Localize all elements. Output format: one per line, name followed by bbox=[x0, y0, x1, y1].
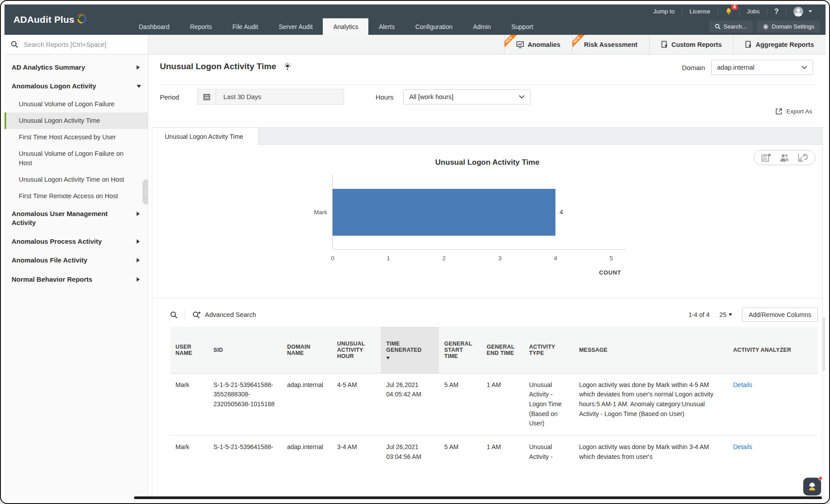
col-message[interactable]: MESSAGE bbox=[574, 327, 728, 373]
period-picker[interactable]: Last 30 Days bbox=[197, 89, 344, 105]
chart-bar-value: 4 bbox=[559, 208, 563, 216]
export-as-button[interactable]: Export As bbox=[776, 108, 812, 115]
notification-count-badge: 4 bbox=[731, 4, 738, 10]
support-chat-button[interactable] bbox=[803, 478, 821, 496]
chart-x-ticks: 012345 bbox=[333, 255, 611, 263]
col-general-end-time[interactable]: GENERAL END TIME bbox=[481, 327, 524, 373]
help-button[interactable]: ? bbox=[767, 8, 786, 16]
tab-custom-reports[interactable]: Custom Reports bbox=[649, 35, 734, 54]
tab-aggregate-reports[interactable]: Aggregate Reports bbox=[733, 35, 826, 54]
users-icon[interactable] bbox=[779, 154, 790, 162]
cell-activity-type: Unusual Activity - bbox=[524, 435, 574, 497]
sidebar-item-first-time-remote-access-on-host[interactable]: First Time Remote Access on Host bbox=[4, 188, 148, 204]
top-bar: ADAudit Plus Jump to License 4 bbox=[4, 4, 826, 35]
nav-analytics[interactable]: Analytics bbox=[323, 18, 368, 35]
hours-select[interactable]: All [work hours] bbox=[403, 89, 530, 104]
page-size-select[interactable]: 25 bbox=[719, 311, 732, 318]
report-search-box[interactable] bbox=[4, 35, 148, 54]
nav-server-audit[interactable]: Server Audit bbox=[268, 18, 323, 35]
col-user-name[interactable]: USER NAME bbox=[170, 327, 208, 373]
sort-desc-icon bbox=[386, 357, 390, 359]
table-row: Mark S-1-5-21-539641588- adap.internal 3… bbox=[170, 435, 818, 497]
sidebar-item-anomalous-process-activity[interactable]: Anomalous Process Activity bbox=[4, 232, 148, 251]
table-toolbar-right: 1-4 of 4 25 Add/Remove Columns bbox=[688, 308, 818, 322]
advanced-search-label: Advanced Search bbox=[205, 311, 256, 318]
col-domain-name[interactable]: DOMAIN NAME bbox=[282, 327, 332, 373]
col-unusual-activity-hour[interactable]: UNUSUAL ACTIVITY HOUR bbox=[332, 327, 381, 373]
sidebar-item-label: AD Analytics Summary bbox=[12, 63, 85, 71]
toolbar-divider bbox=[185, 309, 185, 320]
sidebar-item-unusual-logon-activity-time-on-host[interactable]: Unusual Logon Activity Time on Host bbox=[4, 171, 148, 188]
nav-reports[interactable]: Reports bbox=[180, 18, 222, 35]
sidebar-item-normal-behavior-reports[interactable]: Normal Behavior Reports bbox=[4, 270, 148, 289]
sidebar-item-first-time-host-accessed-by-user[interactable]: First Time Host Accessed by User bbox=[4, 129, 148, 146]
nav-configuration[interactable]: Configuration bbox=[405, 18, 463, 35]
refresh-chart-icon[interactable] bbox=[798, 153, 808, 162]
gear-icon bbox=[763, 24, 769, 30]
vertical-scrollbar[interactable] bbox=[822, 316, 826, 500]
col-activity-type[interactable]: ACTIVITY TYPE bbox=[524, 327, 574, 373]
report-search-input[interactable] bbox=[24, 41, 142, 48]
jump-to-menu[interactable]: Jump to bbox=[646, 8, 682, 16]
sidebar-item-anomalous-file-activity[interactable]: Anomalous File Activity bbox=[4, 251, 148, 270]
global-search-button[interactable]: Search... bbox=[709, 21, 753, 33]
cell-unusual-activity-hour: 4-5 AM bbox=[332, 373, 381, 435]
tab-risk-assessment-label: Risk Assessment bbox=[584, 41, 638, 48]
sidebar-item-unusual-volume-of-logon-failure-on-host[interactable]: Unusual Volume of Logon Failure on Host bbox=[4, 146, 148, 171]
x-tick-label: 0 bbox=[331, 255, 334, 262]
horizontal-scrollbar[interactable] bbox=[134, 496, 822, 499]
period-label: Period bbox=[160, 93, 179, 101]
chart-bar[interactable] bbox=[333, 189, 555, 236]
col-sid[interactable]: SID bbox=[208, 327, 282, 373]
sidebar-item-unusual-volume-of-logon-failure[interactable]: Unusual Volume of Logon Failure bbox=[4, 96, 148, 112]
nav-file-audit[interactable]: File Audit bbox=[222, 18, 269, 35]
add-remove-columns-button[interactable]: Add/Remove Columns bbox=[742, 308, 818, 322]
x-axis-label: COUNT bbox=[599, 269, 621, 276]
cell-sid: S-1-5-21-539641588- bbox=[208, 435, 282, 497]
vertical-scrollbar-thumb[interactable] bbox=[822, 317, 825, 371]
tab-anomalies[interactable]: NEW Anomalies bbox=[504, 35, 572, 54]
sidebar-item-label: Unusual Logon Activity Time on Host bbox=[19, 176, 124, 183]
col-time-generated[interactable]: TIME GENERATED bbox=[381, 327, 439, 373]
add-chart-icon[interactable] bbox=[761, 153, 771, 162]
x-tick-label: 1 bbox=[387, 255, 390, 262]
tab-risk-assessment[interactable]: NEW Risk Assessment bbox=[572, 35, 649, 54]
domain-settings-button[interactable]: Domain Settings bbox=[757, 21, 820, 33]
license-menu[interactable]: License bbox=[682, 8, 718, 16]
card-tab-unusual-logon-activity-time[interactable]: Unusual Logon Activity Time bbox=[152, 128, 259, 145]
sidebar-item-ad-analytics-summary[interactable]: AD Analytics Summary bbox=[4, 58, 148, 77]
cell-user-name: Mark bbox=[170, 373, 208, 435]
x-axis-line bbox=[333, 249, 626, 250]
cell-general-end-time: 1 AM bbox=[481, 435, 524, 497]
caret-down-icon bbox=[137, 85, 141, 88]
table-header-row: USER NAME SID DOMAIN NAME UNUSUAL ACTIVI… bbox=[170, 327, 818, 373]
cell-general-start-time: 5 AM bbox=[439, 373, 481, 435]
sidebar-collapse-handle[interactable]: ‹ bbox=[142, 179, 148, 204]
page-title: Unusual Logon Activity Time bbox=[160, 62, 276, 71]
col-activity-analyzer[interactable]: ACTIVITY ANALYZER bbox=[728, 327, 818, 373]
bulb-icon[interactable] bbox=[284, 62, 292, 71]
domain-select[interactable]: adap.internal bbox=[711, 60, 813, 75]
tab-anomalies-label: Anomalies bbox=[528, 41, 560, 48]
nav-dashboard[interactable]: Dashboard bbox=[129, 18, 180, 35]
details-link[interactable]: Details bbox=[733, 443, 752, 450]
sidebar-item-label: Unusual Logon Activity Time bbox=[19, 117, 100, 124]
nav-support[interactable]: Support bbox=[501, 18, 543, 35]
support-agent-icon bbox=[807, 481, 817, 492]
sidebar-item-anomalous-logon-activity[interactable]: Anomalous Logon Activity bbox=[4, 77, 148, 96]
sidebar-item-anomalous-user-management-activity[interactable]: Anomalous User Management Activity bbox=[4, 204, 148, 233]
jobs-menu[interactable]: Jobs bbox=[740, 8, 767, 16]
col-general-start-time[interactable]: GENERAL START TIME bbox=[439, 327, 481, 373]
sidebar-item-unusual-logon-activity-time[interactable]: Unusual Logon Activity Time bbox=[4, 112, 148, 129]
details-link[interactable]: Details bbox=[733, 381, 752, 388]
search-icon[interactable] bbox=[170, 311, 178, 319]
advanced-search-button[interactable]: Advanced Search bbox=[192, 311, 256, 319]
account-menu[interactable] bbox=[786, 8, 819, 16]
nav-alerts[interactable]: Alerts bbox=[368, 18, 405, 35]
brand-logo[interactable]: ADAudit Plus bbox=[4, 4, 129, 35]
export-icon bbox=[776, 108, 782, 115]
notifications-button[interactable]: 4 bbox=[718, 8, 740, 16]
new-ribbon-label: NEW bbox=[572, 35, 586, 49]
nav-admin[interactable]: Admin bbox=[463, 18, 501, 35]
custom-reports-icon bbox=[661, 41, 668, 48]
